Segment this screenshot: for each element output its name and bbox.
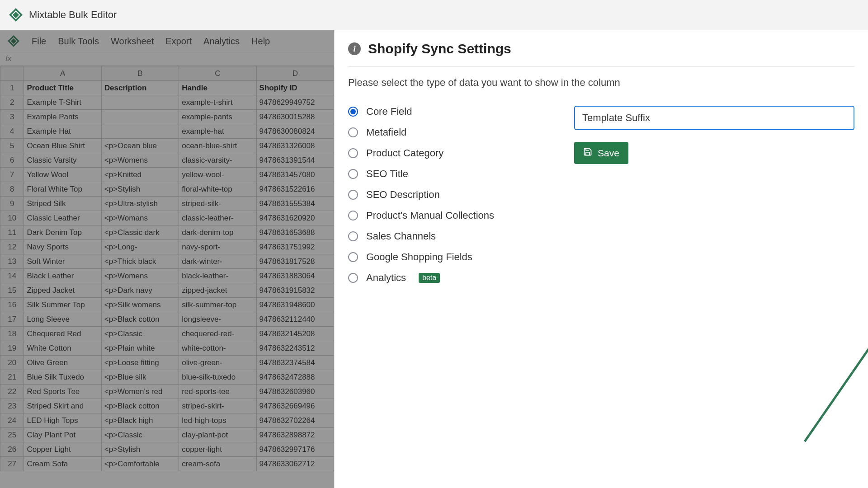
cell[interactable]: <p>Knitted bbox=[101, 168, 179, 182]
cell[interactable]: olive-green- bbox=[179, 356, 256, 370]
radio-option[interactable]: Google Shopping Fields bbox=[348, 251, 538, 263]
cell[interactable]: Chequered Red bbox=[24, 327, 101, 341]
cell[interactable]: Long Sleeve bbox=[24, 312, 101, 327]
cell[interactable]: <p>Thick black bbox=[101, 254, 179, 269]
cell[interactable]: Cream Sofa bbox=[24, 457, 101, 471]
table-row[interactable]: 12Navy Sports<p>Long-navy-sport-94786317… bbox=[0, 240, 334, 254]
radio-option[interactable]: Sales Channels bbox=[348, 230, 538, 242]
cell[interactable]: Clay Plant Pot bbox=[24, 428, 101, 442]
row-number[interactable]: 14 bbox=[0, 269, 24, 283]
table-row[interactable]: 2Example T-Shirtexample-t-shirt947862994… bbox=[0, 95, 334, 110]
cell[interactable]: classic-leather- bbox=[179, 211, 256, 225]
row-number[interactable]: 7 bbox=[0, 168, 24, 182]
table-row[interactable]: 24LED High Tops<p>Black highled-high-top… bbox=[0, 413, 334, 428]
row-number[interactable]: 1 bbox=[0, 81, 24, 95]
cell[interactable]: longsleeve- bbox=[179, 312, 256, 327]
cell[interactable]: Striped Silk bbox=[24, 197, 101, 211]
table-row[interactable]: 7Yellow Wool<p>Knittedyellow-wool-947863… bbox=[0, 168, 334, 182]
table-row[interactable]: 16Silk Summer Top<p>Silk womenssilk-summ… bbox=[0, 298, 334, 312]
cell[interactable]: <p>Long- bbox=[101, 240, 179, 254]
row-number[interactable]: 20 bbox=[0, 356, 24, 370]
cell[interactable]: <p>Blue silk bbox=[101, 370, 179, 385]
cell[interactable]: <p>Stylish bbox=[101, 442, 179, 457]
cell[interactable]: <p>Comfortable bbox=[101, 457, 179, 471]
cell[interactable]: dark-denim-top bbox=[179, 225, 256, 240]
cell[interactable]: silk-summer-top bbox=[179, 298, 256, 312]
row-number[interactable]: 12 bbox=[0, 240, 24, 254]
cell[interactable]: Black Leather bbox=[24, 269, 101, 283]
cell[interactable]: 9478632145208 bbox=[256, 327, 334, 341]
cell[interactable]: 9478631457080 bbox=[256, 168, 334, 182]
table-row[interactable]: 5Ocean Blue Shirt<p>Ocean blueocean-blue… bbox=[0, 139, 334, 153]
cell[interactable]: Floral White Top bbox=[24, 182, 101, 197]
cell[interactable]: white-cotton- bbox=[179, 341, 256, 356]
row-number[interactable]: 25 bbox=[0, 428, 24, 442]
cell[interactable]: clay-plant-pot bbox=[179, 428, 256, 442]
cell[interactable]: 9478632472888 bbox=[256, 370, 334, 385]
cell[interactable]: cream-sofa bbox=[179, 457, 256, 471]
col-header[interactable]: D bbox=[256, 66, 334, 81]
col-header[interactable]: B bbox=[101, 66, 179, 81]
cell[interactable]: black-leather- bbox=[179, 269, 256, 283]
table-row[interactable]: 26Copper Light<p>Stylishcopper-light9478… bbox=[0, 442, 334, 457]
cell[interactable]: example-t-shirt bbox=[179, 95, 256, 110]
radio-option[interactable]: SEO Description bbox=[348, 189, 538, 201]
cell[interactable]: 9478632997176 bbox=[256, 442, 334, 457]
cell[interactable]: <p>Stylish bbox=[101, 182, 179, 197]
table-row[interactable]: 3Example Pantsexample-pants9478630015288 bbox=[0, 110, 334, 124]
cell[interactable]: 9478631883064 bbox=[256, 269, 334, 283]
save-button[interactable]: Save bbox=[574, 142, 628, 164]
table-row[interactable]: 11Dark Denim Top<p>Classic darkdark-deni… bbox=[0, 225, 334, 240]
cell[interactable]: <p>Women's red bbox=[101, 385, 179, 399]
field-select[interactable]: Template Suffix bbox=[574, 106, 854, 130]
cell[interactable]: <p>Loose fitting bbox=[101, 356, 179, 370]
row-number[interactable]: 24 bbox=[0, 413, 24, 428]
row-number[interactable]: 10 bbox=[0, 211, 24, 225]
cell[interactable]: 9478631653688 bbox=[256, 225, 334, 240]
cell[interactable]: Example Hat bbox=[24, 124, 101, 139]
cell[interactable]: <p>Black cotton bbox=[101, 399, 179, 413]
row-number[interactable]: 23 bbox=[0, 399, 24, 413]
table-row[interactable]: 14Black Leather<p>Womensblack-leather-94… bbox=[0, 269, 334, 283]
table-row[interactable]: 17Long Sleeve<p>Black cottonlongsleeve-9… bbox=[0, 312, 334, 327]
cell[interactable]: zipped-jacket bbox=[179, 283, 256, 298]
row-number[interactable]: 9 bbox=[0, 197, 24, 211]
formula-bar[interactable]: fx bbox=[0, 52, 334, 66]
cell[interactable]: Copper Light bbox=[24, 442, 101, 457]
cell[interactable]: led-high-tops bbox=[179, 413, 256, 428]
row-number[interactable]: 19 bbox=[0, 341, 24, 356]
cell[interactable]: 9478632669496 bbox=[256, 399, 334, 413]
cell[interactable]: <p>Womans bbox=[101, 211, 179, 225]
table-row[interactable]: 27Cream Sofa<p>Comfortablecream-sofa9478… bbox=[0, 457, 334, 471]
cell[interactable]: Blue Silk Tuxedo bbox=[24, 370, 101, 385]
cell[interactable]: Olive Green bbox=[24, 356, 101, 370]
cell[interactable]: yellow-wool- bbox=[179, 168, 256, 182]
cell[interactable]: 9478631555384 bbox=[256, 197, 334, 211]
cell[interactable]: <p>Black cotton bbox=[101, 312, 179, 327]
cell[interactable]: Soft Winter bbox=[24, 254, 101, 269]
row-number[interactable]: 11 bbox=[0, 225, 24, 240]
row-number[interactable]: 2 bbox=[0, 95, 24, 110]
cell[interactable]: copper-light bbox=[179, 442, 256, 457]
header-cell[interactable]: Product Title bbox=[24, 81, 101, 95]
table-row[interactable]: 23Striped Skirt and<p>Black cottonstripe… bbox=[0, 399, 334, 413]
cell[interactable]: <p>Womens bbox=[101, 153, 179, 168]
cell[interactable]: <p>Plain white bbox=[101, 341, 179, 356]
cell[interactable]: <p>Classic bbox=[101, 428, 179, 442]
header-cell[interactable]: Description bbox=[101, 81, 179, 95]
row-number[interactable]: 13 bbox=[0, 254, 24, 269]
col-header[interactable]: A bbox=[24, 66, 101, 81]
cell[interactable]: Dark Denim Top bbox=[24, 225, 101, 240]
table-row[interactable]: 18Chequered Red<p>Classicchequered-red-9… bbox=[0, 327, 334, 341]
row-number[interactable]: 8 bbox=[0, 182, 24, 197]
cell[interactable]: Ocean Blue Shirt bbox=[24, 139, 101, 153]
cell[interactable] bbox=[101, 124, 179, 139]
cell[interactable]: blue-silk-tuxedo bbox=[179, 370, 256, 385]
cell[interactable]: example-hat bbox=[179, 124, 256, 139]
cell[interactable]: 9478631326008 bbox=[256, 139, 334, 153]
col-header[interactable]: C bbox=[179, 66, 256, 81]
radio-option[interactable]: Analyticsbeta bbox=[348, 272, 538, 284]
corner-cell[interactable] bbox=[0, 66, 24, 81]
row-number[interactable]: 6 bbox=[0, 153, 24, 168]
table-row[interactable]: 13Soft Winter<p>Thick blackdark-winter-9… bbox=[0, 254, 334, 269]
